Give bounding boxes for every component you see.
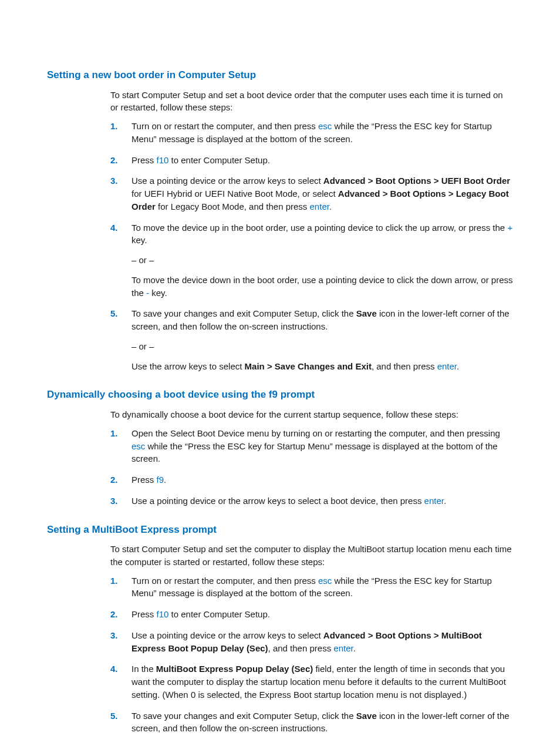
step-text: . bbox=[164, 475, 166, 485]
section-heading-multiboot-express: Setting a MultiBoot Express prompt bbox=[47, 523, 513, 537]
field-label: MultiBoot Express Popup Delay (Sec) bbox=[156, 664, 313, 674]
step-text: Turn on or restart the computer, and the… bbox=[131, 121, 318, 131]
step-text: Press bbox=[131, 609, 157, 619]
step-text: to enter Computer Setup. bbox=[168, 155, 270, 165]
step-text: key. bbox=[149, 288, 167, 298]
or-separator: – or – bbox=[131, 340, 513, 353]
step-item: To save your changes and exit Computer S… bbox=[110, 307, 513, 372]
step-text: To move the device up in the boot order,… bbox=[131, 223, 507, 233]
intro-text: To dynamically choose a boot device for … bbox=[110, 408, 513, 421]
key-f9: f9 bbox=[157, 475, 164, 485]
steps-list: Open the Select Boot Device menu by turn… bbox=[110, 427, 513, 508]
step-text: , and then press bbox=[268, 643, 334, 653]
step-text: to enter Computer Setup. bbox=[168, 609, 270, 619]
steps-list: Turn on or restart the computer, and the… bbox=[110, 574, 513, 746]
step-item: Turn on or restart the computer, and the… bbox=[110, 574, 513, 600]
step-text: Open the Select Boot Device menu by turn… bbox=[131, 428, 500, 438]
step-text: for UEFI Hybrid or UEFI Native Boot Mode… bbox=[131, 189, 338, 199]
step-text: To save your changes and exit Computer S… bbox=[131, 308, 356, 318]
step-text: , and then press bbox=[372, 361, 437, 371]
step-item: Open the Select Boot Device menu by turn… bbox=[110, 427, 513, 465]
key-enter: enter bbox=[437, 361, 457, 371]
key-esc: esc bbox=[131, 441, 145, 451]
step-item: Press f9. bbox=[110, 473, 513, 486]
menu-path: Main > Save Changes and Exit bbox=[245, 361, 372, 371]
step-item: Use a pointing device or the arrow keys … bbox=[110, 629, 513, 655]
document-page: Setting a new boot order in Computer Set… bbox=[0, 0, 560, 746]
step-text: for Legacy Boot Mode, and then press bbox=[156, 201, 310, 211]
key-enter: enter bbox=[333, 643, 353, 653]
intro-text: To start Computer Setup and set a boot d… bbox=[110, 89, 513, 115]
step-item: Press f10 to enter Computer Setup. bbox=[110, 154, 513, 167]
section-heading-boot-order: Setting a new boot order in Computer Set… bbox=[47, 68, 513, 83]
step-text: In the bbox=[131, 664, 156, 674]
menu-path: Advanced > Boot Options > UEFI Boot Orde… bbox=[323, 176, 510, 186]
save-label: Save bbox=[356, 711, 377, 721]
section-heading-f9-prompt: Dynamically choosing a boot device using… bbox=[47, 388, 513, 402]
step-text: . bbox=[444, 496, 446, 506]
key-f10: f10 bbox=[157, 609, 169, 619]
intro-text: To start Computer Setup and set the comp… bbox=[110, 543, 513, 569]
step-text: while the “Press the ESC key for Startup… bbox=[131, 441, 498, 464]
step-text: Use the arrow keys to select bbox=[131, 361, 245, 371]
step-item: In the MultiBoot Express Popup Delay (Se… bbox=[110, 663, 513, 701]
step-text: Press bbox=[131, 475, 157, 485]
step-item: Use a pointing device or the arrow keys … bbox=[110, 495, 513, 508]
step-text: . bbox=[353, 643, 356, 653]
steps-list: Turn on or restart the computer, and the… bbox=[110, 120, 513, 372]
step-text: key. bbox=[131, 235, 147, 245]
key-enter: enter bbox=[424, 496, 444, 506]
step-text: To save your changes and exit Computer S… bbox=[131, 711, 356, 721]
key-esc: esc bbox=[318, 576, 332, 586]
key-f10: f10 bbox=[157, 155, 169, 165]
or-separator: – or – bbox=[131, 254, 513, 267]
or-separator: – or – bbox=[131, 742, 513, 746]
step-text: . bbox=[457, 361, 459, 371]
step-text: Press bbox=[131, 155, 157, 165]
key-enter: enter bbox=[310, 201, 329, 211]
key-plus: + bbox=[507, 223, 512, 233]
step-item: To save your changes and exit Computer S… bbox=[110, 710, 513, 746]
step-item: To move the device up in the boot order,… bbox=[110, 221, 513, 300]
step-item: Use a pointing device or the arrow keys … bbox=[110, 174, 513, 213]
step-item: Turn on or restart the computer, and the… bbox=[110, 120, 513, 146]
step-item: Press f10 to enter Computer Setup. bbox=[110, 608, 513, 621]
key-esc: esc bbox=[318, 121, 332, 131]
step-text: Use a pointing device or the arrow keys … bbox=[131, 496, 424, 506]
step-text: Turn on or restart the computer, and the… bbox=[131, 576, 318, 586]
step-text: To move the device down in the boot orde… bbox=[131, 275, 513, 298]
step-text: Use a pointing device or the arrow keys … bbox=[131, 630, 323, 640]
step-text: Use a pointing device or the arrow keys … bbox=[131, 176, 323, 186]
step-text: . bbox=[329, 201, 332, 211]
save-label: Save bbox=[356, 308, 377, 318]
